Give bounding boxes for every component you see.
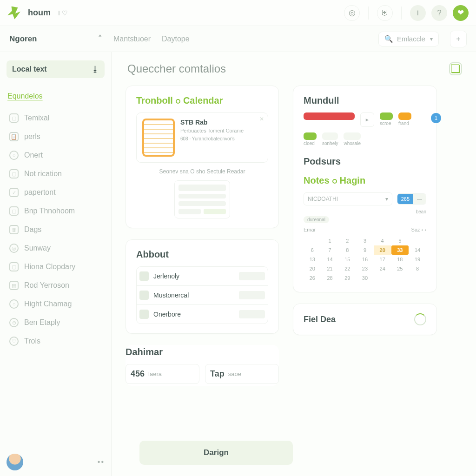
calendar-cell[interactable]: 1 xyxy=(321,236,339,245)
calendar-cell[interactable]: 28 xyxy=(321,273,339,283)
pill-sub: whosale xyxy=(344,141,361,146)
calendar-cell[interactable]: 19 xyxy=(409,255,426,264)
calendar-cell[interactable]: 4 xyxy=(374,236,391,245)
calendar-cell[interactable]: 5 xyxy=(391,236,409,245)
sidebar-item-bnp-thnohoom[interactable]: ▢Bnp Thnohoom xyxy=(7,202,105,220)
pill-item[interactable]: whosale xyxy=(344,132,361,146)
breadcrumb-main[interactable]: Ngoren ˄ xyxy=(9,34,102,44)
sidebar-item-not-rication[interactable]: ▢Not rication xyxy=(7,165,105,183)
list-item[interactable]: Onerbore xyxy=(137,305,268,324)
status-pill xyxy=(322,132,338,140)
calendar-cell[interactable]: 14 xyxy=(321,255,339,264)
pill-sub: scroe xyxy=(380,121,393,126)
sidebar-item-perls[interactable]: 📋perls xyxy=(7,127,105,146)
more-icon[interactable]: •• xyxy=(98,458,105,466)
sidebar-item-papertont[interactable]: ✓papertont xyxy=(7,183,105,202)
calendar-cell[interactable]: 23 xyxy=(356,264,374,273)
topbar: houm I ♡ ◎ ⛨ i ? ❤ xyxy=(0,0,476,26)
page-title-glyph-icon[interactable]: ❏ xyxy=(449,62,462,75)
section-link-equndelos[interactable]: Equndelos xyxy=(7,90,105,106)
ring-icon xyxy=(332,179,337,184)
pill-item[interactable]: cloed xyxy=(304,132,317,146)
notes-field[interactable]: NICDOATHI ▾ xyxy=(304,192,392,205)
sidebar-item-ben-etaply[interactable]: ⊖Ben Etaply xyxy=(7,313,105,332)
doc-icon: ▤ xyxy=(9,281,19,290)
heart-icon[interactable]: ❤ xyxy=(453,5,469,21)
calendar-cell[interactable]: 14 xyxy=(409,245,426,255)
heart-outline-icon: ♡ xyxy=(62,9,68,17)
target-icon[interactable]: ◎ xyxy=(344,5,360,21)
add-button[interactable]: + xyxy=(450,31,467,47)
sidebar-item-dags[interactable]: 🗑Dags xyxy=(7,220,105,239)
search-dropdown[interactable]: 🔍 Emlaccle xyxy=(378,32,439,46)
sidebar-item-trols[interactable]: ♡Trols xyxy=(7,332,105,350)
calendar-cell[interactable]: 8 xyxy=(409,264,426,273)
month-left-text: Emar xyxy=(304,227,316,232)
sidebar-item-onert[interactable]: ○Onert xyxy=(7,146,105,165)
local-text-button[interactable]: Local text ⭳ xyxy=(7,60,105,78)
calendar-cell[interactable]: 20 xyxy=(304,264,321,273)
pill-item[interactable]: frand xyxy=(398,112,411,127)
calendar-cell[interactable]: 2 xyxy=(338,236,356,245)
stat-value: Tap xyxy=(210,369,225,379)
calendar-cell[interactable]: 33 xyxy=(391,245,409,255)
list-item[interactable]: Mustonercal xyxy=(137,286,268,305)
calendar-cell[interactable]: 18 xyxy=(391,255,409,264)
info-icon[interactable]: i xyxy=(410,5,426,21)
list-item[interactable]: Jerlenoly xyxy=(137,267,268,286)
calendar-cell[interactable]: 26 xyxy=(304,273,321,283)
calendar-cell[interactable]: 8 xyxy=(338,245,356,255)
calendar-cell[interactable]: 3 xyxy=(356,236,374,245)
calendar-cell[interactable]: 20 xyxy=(374,245,391,255)
tronboll-hint: Seonev sna O sho Sectule Readar xyxy=(136,168,268,175)
sidebar-item-rod-yerroson[interactable]: ▤Rod Yerroson xyxy=(7,276,105,295)
pill-item[interactable] xyxy=(304,112,355,127)
brand-sub-text: I xyxy=(58,9,60,17)
tab-daytope[interactable]: Daytope xyxy=(162,35,190,43)
card-mundull: Mundull 1 ▸ scroe frand cloed sonhely wh… xyxy=(293,86,437,292)
stat-chip[interactable]: Tapsaoe xyxy=(205,364,279,384)
sidebar-item-hiona-clopdary[interactable]: ▢Hiona Clopdary xyxy=(7,258,105,276)
calendar-cell[interactable]: 9 xyxy=(356,245,374,255)
toggle-option-b[interactable]: — xyxy=(413,194,426,204)
list-item-value xyxy=(239,272,265,280)
sidebar-item-sunway[interactable]: ◎Sunway xyxy=(7,239,105,258)
month-right[interactable]: Saz ‹ › xyxy=(411,227,426,232)
calendar-cell[interactable]: 6 xyxy=(304,245,321,255)
toggle-option-a[interactable]: 265 xyxy=(397,194,413,204)
tab-mantstuoer[interactable]: Mantstuoer xyxy=(113,35,151,43)
list-item-label: Mustonercal xyxy=(153,291,234,299)
sidebar-item-temixal[interactable]: ▢Temixal xyxy=(7,109,105,127)
sidebar-item-hight-chamag[interactable]: ○Hight Chamag xyxy=(7,295,105,313)
calendar-cell[interactable]: 25 xyxy=(391,264,409,273)
help-icon[interactable]: ? xyxy=(431,5,447,21)
calendar-cell[interactable]: 22 xyxy=(338,264,356,273)
close-icon[interactable]: ✕ xyxy=(259,116,264,122)
stat-chip[interactable]: 456laera xyxy=(126,364,199,384)
calendar-cell[interactable]: 7 xyxy=(321,245,339,255)
brand-name: houm xyxy=(28,8,51,18)
calendar-cell[interactable]: 13 xyxy=(304,255,321,264)
calendar-cell[interactable]: 29 xyxy=(338,273,356,283)
sidebar-item-label: Dags xyxy=(24,225,41,234)
tronboll-item[interactable]: STB Rab Perbuactes Toment Coranie 608 · … xyxy=(136,112,268,163)
calendar-cell[interactable]: 30 xyxy=(356,273,374,283)
pill-item[interactable]: sonhely xyxy=(322,132,338,146)
calendar-cell[interactable]: 15 xyxy=(338,255,356,264)
stat-label: saoe xyxy=(228,370,241,377)
calendar-cell[interactable]: 21 xyxy=(321,264,339,273)
calendar-grid[interactable]: 1234567892033141314151617181920212223242… xyxy=(304,233,426,283)
pill-item[interactable]: ▸ xyxy=(360,112,374,127)
calendar-cell[interactable]: 16 xyxy=(356,255,374,264)
month-left[interactable]: Emar xyxy=(304,227,316,232)
calendar-cell[interactable]: 17 xyxy=(374,255,391,264)
notes-toggle[interactable]: 265 — xyxy=(397,193,426,205)
avatar[interactable] xyxy=(7,454,23,470)
pill-item[interactable]: scroe xyxy=(380,112,393,127)
calendar-cell[interactable]: 24 xyxy=(374,264,391,273)
target-icon: ◎ xyxy=(9,244,19,253)
darign-button[interactable]: Darign xyxy=(139,441,293,465)
square-icon xyxy=(139,310,149,319)
notes-chip[interactable]: durennal xyxy=(304,216,329,223)
shield-icon[interactable]: ⛨ xyxy=(377,5,393,21)
